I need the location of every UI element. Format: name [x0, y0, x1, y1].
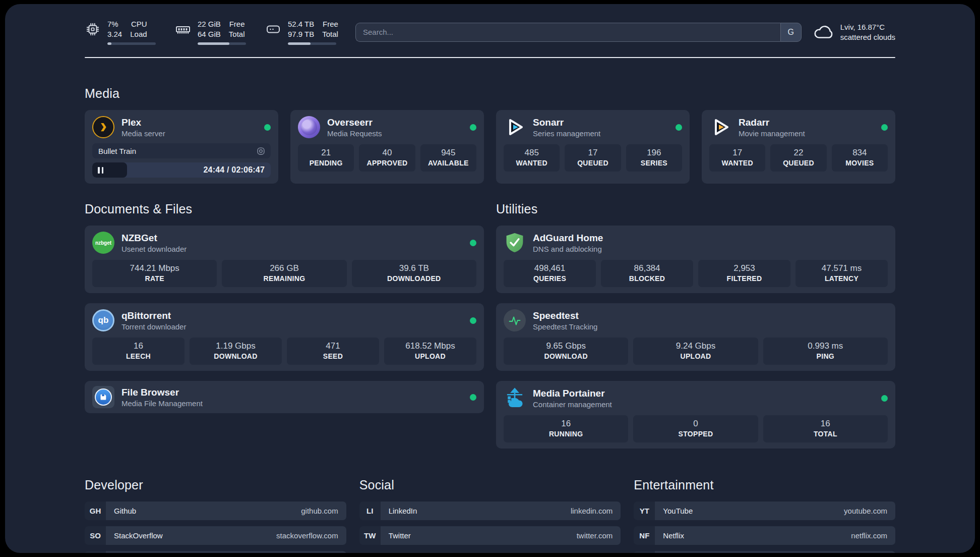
overseerr-icon: [298, 116, 320, 138]
link-github[interactable]: GH Githubgithub.com: [85, 502, 346, 520]
stat-value: 9.65 Gbps: [506, 341, 626, 351]
stat-label: STOPPED: [635, 430, 756, 438]
stat-value: 2,953: [700, 263, 788, 273]
card-subtitle: Usenet downloader: [121, 245, 187, 253]
card-plex[interactable]: Plex Media server Bullet Train 24:44 / 0: [85, 110, 278, 184]
stat-value: 16: [506, 419, 626, 429]
header-divider: [85, 57, 895, 58]
search-input[interactable]: [355, 23, 780, 42]
stat-value: 39.6 TB: [354, 263, 474, 273]
section-title-social: Social: [359, 478, 621, 492]
card-title: AdGuard Home: [533, 233, 603, 244]
card-radarr[interactable]: Radarr Movie management 17WANTED 22QUEUE…: [702, 110, 895, 184]
status-dot-online: [470, 317, 476, 324]
link-abbr: YT: [634, 502, 655, 520]
status-dot-online: [470, 240, 476, 246]
playback-progressbar[interactable]: 24:44 / 02:06:47: [92, 162, 271, 178]
card-portainer[interactable]: Media Portainer Container management 16R…: [496, 381, 895, 449]
stat-tile: 47.571 msLATENCY: [795, 260, 888, 287]
cpu-values: 7%3.24: [107, 19, 122, 39]
cpu-stat: 7%3.24 CPULoad: [85, 19, 156, 45]
card-subtitle: Torrent downloader: [121, 322, 186, 331]
disk-labels: FreeTotal: [322, 19, 338, 39]
stat-tile: 498,461QUERIES: [504, 260, 596, 287]
card-filebrowser[interactable]: File Browser Media File Management: [85, 381, 484, 413]
stat-tile: 0STOPPED: [633, 415, 758, 442]
stat-label: AVAILABLE: [422, 159, 474, 167]
filebrowser-icon: [92, 386, 114, 408]
card-adguard[interactable]: AdGuard Home DNS and adblocking 498,461Q…: [496, 226, 895, 293]
link-url: youtube.com: [844, 507, 887, 515]
card-subtitle: Series management: [533, 129, 600, 138]
link-twitter[interactable]: TW Twittertwitter.com: [359, 526, 621, 545]
card-overseerr[interactable]: Overseerr Media Requests 21PENDING 40APP…: [290, 110, 484, 184]
stat-label: UPLOAD: [635, 352, 756, 360]
status-dot-online: [470, 394, 476, 401]
section-title-utilities: Utilities: [496, 202, 895, 216]
link-stackoverflow[interactable]: SO StackOverflowstackoverflow.com: [85, 526, 346, 545]
stat-value: 618.52 Mbps: [386, 341, 474, 351]
stat-value: 40: [361, 148, 413, 158]
qbittorrent-icon: qb: [92, 309, 114, 331]
stat-label: MOVIES: [834, 159, 886, 167]
stat-tile: 21PENDING: [298, 144, 354, 172]
link-abbr: DT: [85, 551, 106, 553]
stat-label: REMAINING: [224, 274, 344, 283]
pause-icon: [98, 167, 103, 174]
status-dot-online: [264, 124, 271, 131]
link-youtube[interactable]: YT YouTubeyoutube.com: [634, 502, 895, 520]
stat-label: QUEUED: [567, 159, 619, 167]
cpu-labels: CPULoad: [130, 19, 147, 39]
card-sonarr[interactable]: Sonarr Series management 485WANTED 17QUE…: [496, 110, 690, 184]
search-engine-button[interactable]: G: [780, 23, 802, 42]
link-dev[interactable]: DT DEVdev.to: [85, 551, 346, 553]
link-url: stackoverflow.com: [276, 531, 338, 540]
section-title-entertainment: Entertainment: [634, 478, 895, 492]
link-abbr: RE: [634, 551, 655, 553]
link-name: Netflix: [663, 531, 684, 540]
stat-label: FILTERED: [700, 274, 788, 283]
card-qbittorrent[interactable]: qb qBittorrent Torrent downloader 16LEEC…: [85, 303, 484, 371]
link-abbr: SO: [85, 526, 106, 545]
nzbget-icon: nzbget: [92, 232, 114, 254]
ram-stat: 22 GiB64 GiB FreeTotal: [175, 19, 246, 45]
section-entertainment: Entertainment YT YouTubeyoutube.com NF N…: [634, 478, 895, 553]
card-subtitle: Media File Management: [121, 399, 203, 408]
link-name: Twitter: [389, 531, 411, 540]
system-stats: 7%3.24 CPULoad: [85, 19, 338, 45]
weather-condition: scattered clouds: [840, 32, 895, 42]
stat-tile: 471SEED: [287, 338, 379, 365]
stat-value: 1.19 Gbps: [192, 341, 280, 351]
header: 7%3.24 CPULoad: [85, 19, 895, 45]
link-abbr: NF: [634, 526, 655, 545]
stat-tile: 266 GBREMAINING: [222, 260, 346, 287]
link-linkedin[interactable]: LI LinkedInlinkedin.com: [359, 502, 621, 520]
section-documents: Documents & Files nzbget NZBGet Usenet d…: [85, 202, 484, 449]
stat-value: 0.993 ms: [765, 341, 886, 351]
stat-value: 471: [289, 341, 377, 351]
stat-label: RATE: [94, 274, 215, 283]
stat-label: QUEUED: [772, 159, 824, 167]
stat-value: 0: [635, 419, 756, 429]
stat-tile: 22QUEUED: [770, 144, 826, 172]
disk-progressbar: [288, 42, 336, 45]
card-subtitle: DNS and adblocking: [533, 245, 603, 253]
stat-label: LEECH: [94, 352, 182, 360]
status-dot-online: [881, 124, 888, 131]
link-name: YouTube: [663, 507, 693, 515]
plex-icon: [92, 116, 114, 138]
stat-label: APPROVED: [361, 159, 413, 167]
stat-value: 266 GB: [224, 263, 344, 273]
stat-value: 17: [711, 148, 763, 158]
link-netflix[interactable]: NF Netflixnetflix.com: [634, 526, 895, 545]
status-dot-online: [881, 395, 888, 402]
stat-tile: 17WANTED: [709, 144, 765, 172]
link-reddit[interactable]: RE Redditreddit.com: [634, 551, 895, 553]
portainer-icon: [504, 387, 526, 409]
card-speedtest[interactable]: Speedtest Speedtest Tracking 9.65 GbpsDO…: [496, 303, 895, 371]
stat-value: 945: [422, 148, 474, 158]
card-nzbget[interactable]: nzbget NZBGet Usenet downloader 744.21 M…: [85, 226, 484, 293]
stat-tile: 9.24 GbpsUPLOAD: [633, 338, 758, 365]
adguard-icon: [504, 232, 526, 254]
stat-tile: 16LEECH: [92, 338, 185, 365]
